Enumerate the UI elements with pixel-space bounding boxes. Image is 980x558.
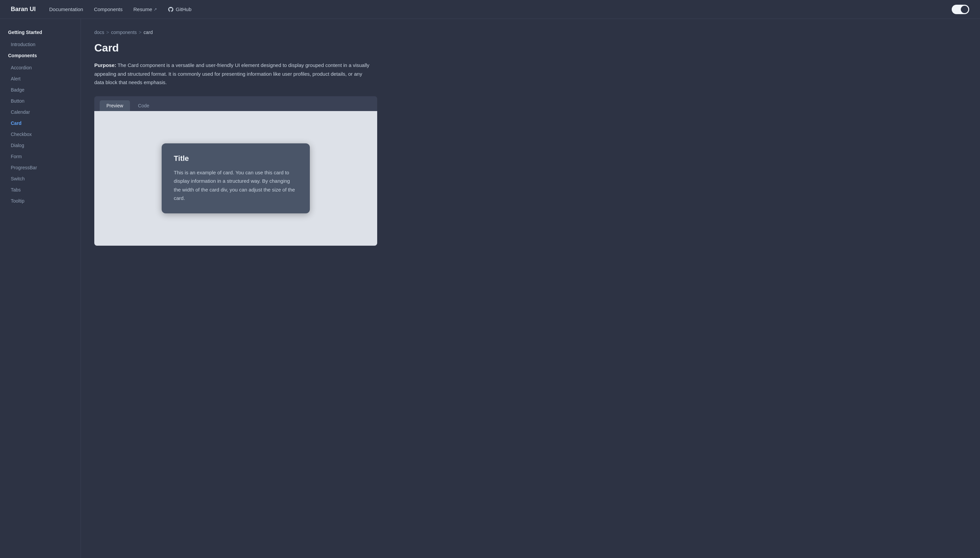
header: Baran UI Documentation Components Resume… — [0, 0, 980, 19]
tab-code[interactable]: Code — [132, 100, 156, 111]
sidebar-item-alert[interactable]: Alert — [3, 73, 78, 84]
demo-card: Title This is an example of card. You ca… — [162, 143, 310, 213]
sidebar-item-badge[interactable]: Badge — [3, 84, 78, 95]
sidebar-item-tabs[interactable]: Tabs — [3, 184, 78, 195]
preview-area: Title This is an example of card. You ca… — [94, 111, 377, 246]
nav-resume[interactable]: Resume ↗ — [133, 7, 157, 12]
sidebar-item-checkbox[interactable]: Checkbox — [3, 129, 78, 140]
description-text: The Card component is a versatile and us… — [94, 62, 370, 85]
demo-card-title: Title — [174, 154, 298, 163]
sidebar-item-progressbar[interactable]: ProgressBar — [3, 162, 78, 173]
breadcrumb-card: card — [143, 30, 153, 35]
sidebar-item-tooltip[interactable]: Tooltip — [3, 195, 78, 206]
sidebar-item-accordion[interactable]: Accordion — [3, 62, 78, 73]
github-icon — [168, 7, 174, 12]
sidebar-item-dialog[interactable]: Dialog — [3, 140, 78, 151]
sidebar-item-card[interactable]: Card — [3, 118, 78, 128]
header-nav: Documentation Components Resume ↗ GitHub — [49, 7, 938, 12]
purpose-label: Purpose: — [94, 62, 116, 68]
brand-logo[interactable]: Baran UI — [11, 6, 36, 13]
dark-mode-toggle[interactable] — [952, 5, 969, 14]
page-description: Purpose: The Card component is a versati… — [94, 61, 370, 87]
external-link-icon: ↗ — [154, 7, 157, 12]
nav-github[interactable]: GitHub — [168, 7, 192, 12]
nav-components[interactable]: Components — [94, 7, 123, 12]
sidebar-section-components: Components — [0, 50, 81, 61]
breadcrumb-docs[interactable]: docs — [94, 30, 104, 35]
breadcrumb-sep-2: > — [139, 30, 141, 35]
tab-preview[interactable]: Preview — [100, 100, 130, 111]
sidebar-item-switch[interactable]: Switch — [3, 173, 78, 184]
tabs-container: Preview Code Title This is an example of… — [94, 96, 377, 246]
sidebar-item-form[interactable]: Form — [3, 151, 78, 162]
tabs-header: Preview Code — [94, 96, 377, 111]
theme-toggle[interactable] — [952, 5, 969, 14]
main-layout: Getting Started Introduction Components … — [0, 19, 980, 558]
page-title: Card — [94, 42, 967, 54]
breadcrumb-components[interactable]: components — [111, 30, 137, 35]
sidebar-item-introduction[interactable]: Introduction — [3, 39, 78, 50]
sidebar-item-calendar[interactable]: Calendar — [3, 107, 78, 117]
breadcrumb-sep-1: > — [107, 30, 109, 35]
nav-documentation[interactable]: Documentation — [49, 7, 83, 12]
demo-card-body: This is an example of card. You can use … — [174, 168, 298, 203]
breadcrumb: docs > components > card — [94, 30, 967, 35]
sidebar-item-button[interactable]: Button — [3, 95, 78, 107]
sidebar-section-getting-started: Getting Started — [0, 27, 81, 38]
main-content: docs > components > card Card Purpose: T… — [81, 19, 980, 558]
sidebar: Getting Started Introduction Components … — [0, 19, 81, 558]
